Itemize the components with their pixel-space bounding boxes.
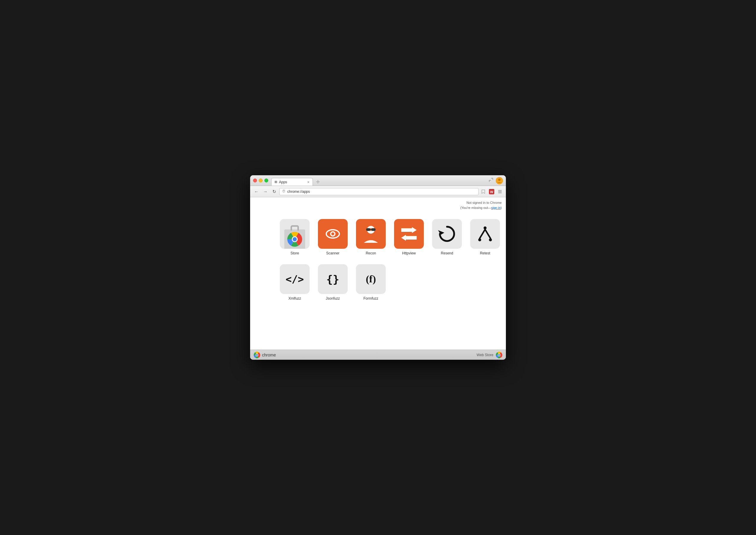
app-jsonfuzz[interactable]: {} Jsonfuzz <box>318 264 348 300</box>
app-recon[interactable]: Recon <box>356 219 386 255</box>
minimize-button[interactable] <box>259 179 263 183</box>
location-icon <box>282 189 285 194</box>
app-formfuzz-label: Formfuzz <box>364 296 378 300</box>
svg-rect-9 <box>498 192 502 193</box>
webstore-label: Web Store <box>477 353 493 357</box>
httpview-icon <box>394 219 424 249</box>
active-tab[interactable]: ⊞ Apps × <box>271 178 313 186</box>
page-content: Not signed in to Chrome (You're missing … <box>250 197 506 350</box>
apps-row-2: </> Xmlfuzz {} Jsonfuzz (f) Formfuz <box>280 264 386 300</box>
address-text: chrome://apps <box>287 189 476 194</box>
xmlfuzz-icon: </> <box>280 264 310 294</box>
svg-rect-8 <box>498 191 502 192</box>
retest-icon <box>470 219 500 249</box>
bottom-bar: chrome Web Store <box>250 350 506 360</box>
user-avatar[interactable] <box>496 177 503 184</box>
bottom-right: Web Store <box>477 352 502 358</box>
formfuzz-icon: (f) <box>356 264 386 294</box>
app-scanner-label: Scanner <box>326 251 339 255</box>
signin-notice-line1: Not signed in to Chrome <box>254 200 502 205</box>
back-button[interactable]: ← <box>253 188 260 195</box>
apps-grid: Store Scanner <box>250 210 506 309</box>
tab-favicon-icon: ⊞ <box>275 180 277 184</box>
svg-point-3 <box>498 179 500 181</box>
refresh-button[interactable]: ↻ <box>270 188 278 195</box>
chrome-label: chrome <box>262 352 276 357</box>
close-button[interactable] <box>253 179 257 183</box>
svg-rect-1 <box>318 180 318 183</box>
recon-icon <box>356 219 386 249</box>
app-resend-label: Resend <box>441 251 453 255</box>
svg-marker-23 <box>401 235 417 241</box>
svg-line-28 <box>480 229 485 238</box>
svg-rect-7 <box>498 190 502 191</box>
svg-point-32 <box>256 354 258 356</box>
app-resend[interactable]: Resend <box>432 219 462 255</box>
chrome-branding: chrome <box>254 352 276 358</box>
signin-notice: Not signed in to Chrome (You're missing … <box>250 197 506 210</box>
svg-point-4 <box>284 190 284 191</box>
window-controls <box>253 179 268 183</box>
scanner-icon <box>318 219 348 249</box>
chrome-logo-icon <box>254 352 260 358</box>
signin-notice-line2: (You're missing out—sign in) <box>254 205 502 211</box>
tab-title: Apps <box>279 180 306 184</box>
app-httpview-label: Httpview <box>402 251 416 255</box>
svg-rect-19 <box>366 228 370 231</box>
store-icon <box>280 219 310 249</box>
app-httpview[interactable]: Httpview <box>394 219 424 255</box>
apps-row-1: Store Scanner <box>280 219 500 255</box>
svg-line-29 <box>485 229 490 238</box>
jsonfuzz-icon: {} <box>318 264 348 294</box>
nav-bar: ← → ↻ chrome://apps <box>250 186 506 197</box>
resize-icon[interactable] <box>489 178 493 183</box>
svg-text:W: W <box>490 190 493 194</box>
webstore-button[interactable]: W <box>488 188 495 195</box>
svg-rect-21 <box>370 229 372 230</box>
address-bar[interactable]: chrome://apps <box>279 188 478 195</box>
nav-right-icons: W <box>480 188 503 195</box>
svg-point-13 <box>293 237 297 241</box>
title-bar: ⊞ Apps × <box>250 175 506 186</box>
app-scanner[interactable]: Scanner <box>318 219 348 255</box>
browser-window: ⊞ Apps × <box>250 175 506 360</box>
app-store-label: Store <box>290 251 299 255</box>
app-store[interactable]: Store <box>280 219 310 255</box>
webstore-icon <box>496 352 502 358</box>
resend-icon <box>432 219 462 249</box>
app-xmlfuzz-label: Xmlfuzz <box>288 296 301 300</box>
forward-button[interactable]: → <box>261 188 269 195</box>
app-recon-label: Recon <box>366 251 376 255</box>
tab-close-button[interactable]: × <box>307 180 310 184</box>
tab-bar: ⊞ Apps × <box>271 175 489 186</box>
app-retest-label: Retest <box>480 251 490 255</box>
window-action-icons <box>489 177 503 184</box>
app-xmlfuzz[interactable]: </> Xmlfuzz <box>280 264 310 300</box>
maximize-button[interactable] <box>264 179 268 183</box>
svg-marker-22 <box>401 227 417 233</box>
menu-button[interactable] <box>496 188 503 195</box>
new-tab-button[interactable] <box>314 178 322 186</box>
app-formfuzz[interactable]: (f) Formfuzz <box>356 264 386 300</box>
svg-point-16 <box>331 232 334 235</box>
app-retest[interactable]: Retest <box>470 219 500 255</box>
app-jsonfuzz-label: Jsonfuzz <box>326 296 339 300</box>
svg-point-35 <box>498 354 500 356</box>
svg-rect-20 <box>371 228 376 231</box>
bookmark-button[interactable] <box>480 188 487 195</box>
signin-link[interactable]: sign in <box>491 206 501 210</box>
